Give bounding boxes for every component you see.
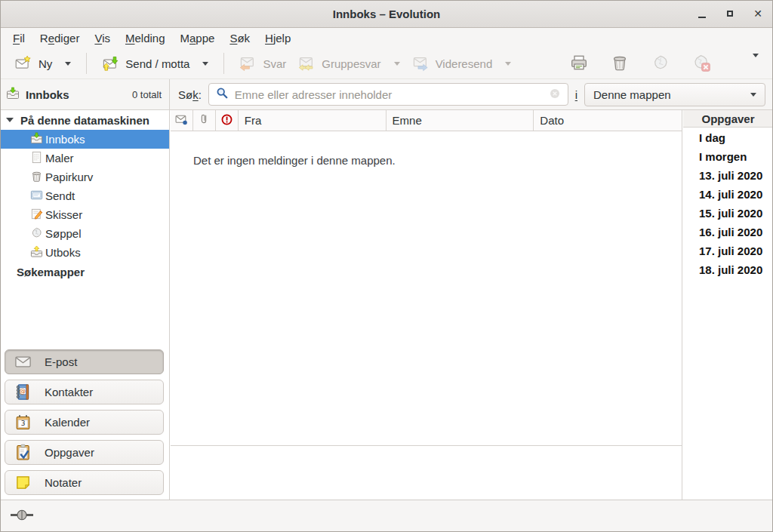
minimize-button[interactable] [696,8,708,20]
sidebar-item-utboks[interactable]: Utboks [0,243,169,262]
group-reply-button[interactable]: Gruppesvar [292,51,405,75]
toolbar-separator [223,53,224,74]
task-group-date[interactable]: 16. juli 2020 [683,223,773,241]
junk-icon [30,226,43,241]
chevron-down-icon [753,54,759,70]
component-switcher: E-post @ Kontakter 3 Kalender Oppgaver N… [5,349,164,495]
delete-button[interactable] [607,50,633,78]
titlebar: Innboks – Evolution ✕ [0,0,773,28]
empty-folder-message: Det er ingen meldinger i denne mappen. [193,154,682,167]
search-entry[interactable] [208,83,568,106]
maximize-icon [727,11,733,17]
chevron-down-icon [394,62,400,66]
sidebar-item-skisser[interactable]: Skisser [0,205,169,224]
sidebar-item-innboks[interactable]: Innboks [0,130,169,149]
sidebar-item-sendt[interactable]: Sendt [0,186,169,205]
task-pane-title: Oppgaver [683,110,773,128]
new-message-label: Ny [38,57,52,70]
toolbar: Ny Send / motta Svar Gruppesvar Viderese… [0,48,773,79]
task-group-date[interactable]: 18. juli 2020 [683,260,773,279]
new-mail-icon [15,55,32,72]
forward-button[interactable]: Videresend [406,51,518,75]
switcher-tasks-button[interactable]: Oppgaver [5,440,164,465]
content-area: På denne datamaskinen Innboks Maler Papi… [0,110,773,500]
send-receive-label: Send / motta [125,57,189,70]
message-list-pane: Fra Emne Dato Det er ingen meldinger i d… [171,110,682,500]
maximize-button[interactable] [724,8,736,20]
folder-message-count: 0 totalt [132,89,163,100]
search-scope-in-label: i [575,88,577,101]
printer-icon [570,61,588,74]
toolbar-overflow-button[interactable] [749,54,762,74]
window-controls: ✕ [696,0,764,27]
close-icon: ✕ [753,8,762,19]
folder-header: Innboks 0 totalt [0,79,170,109]
sidebar-item-papirkurv[interactable]: Papirkurv [0,168,169,186]
expander-icon[interactable] [6,118,14,122]
mail-icon [14,353,32,371]
not-junk-icon [692,61,710,74]
drafts-icon [30,208,43,223]
sidebar-root-on-this-computer[interactable]: På denne datamaskinen [0,110,169,130]
menu-mappe[interactable]: Mappe [173,29,223,47]
column-date[interactable]: Dato [534,110,682,131]
send-receive-button[interactable]: Send / motta [96,51,214,75]
switcher-memos-button[interactable]: Notater [5,470,164,495]
search-scope-value: Denne mappen [593,88,671,101]
menu-hjelp[interactable]: Hjelp [257,29,298,47]
column-from[interactable]: Fra [239,110,386,131]
not-junk-button[interactable] [688,50,714,78]
task-group-date[interactable]: 17. juli 2020 [683,241,773,260]
task-group-date[interactable]: 13. juli 2020 [683,166,773,185]
menu-rediger[interactable]: Rediger [32,29,88,47]
task-group-date[interactable]: 14. juli 2020 [683,185,773,204]
switcher-calendar-button[interactable]: 3 Kalender [5,410,164,435]
sidebar-item-soppel[interactable]: Søppel [0,224,169,243]
task-group-date[interactable]: 15. juli 2020 [683,204,773,223]
reply-button[interactable]: Svar [233,51,292,75]
message-list-header: Fra Emne Dato [171,110,682,131]
trash-icon [30,170,43,185]
forward-label: Videresend [436,57,493,70]
column-priority[interactable] [216,110,239,131]
priority-icon [220,113,233,128]
contacts-icon: @ [14,383,32,401]
inbox-icon [6,87,20,103]
switcher-mail-button[interactable]: E-post [5,349,164,374]
chevron-down-icon [750,93,756,97]
message-status-icon [175,113,188,128]
search-label: Søk: [178,88,202,101]
folder-sidebar: På denne datamaskinen Innboks Maler Papi… [0,110,170,500]
sidebar-item-maler[interactable]: Maler [0,149,169,168]
group-reply-icon [298,55,315,72]
junk-button[interactable] [648,50,673,78]
online-status-icon[interactable] [11,509,33,523]
column-status[interactable] [171,110,193,131]
search-scope-select[interactable]: Denne mappen [584,83,765,106]
new-message-button[interactable]: Ny [9,51,77,75]
task-group-today[interactable]: I dag [683,128,773,147]
menubar: Fil Rediger Vis Melding Mappe Søk Hjelp [0,28,773,48]
task-group-tomorrow[interactable]: I morgen [683,147,773,166]
menu-melding[interactable]: Melding [118,29,173,47]
group-reply-label: Gruppesvar [322,57,380,70]
search-row: Innboks 0 totalt Søk: i Denne mappen [0,79,773,110]
inbox-icon [30,132,43,147]
print-button[interactable] [566,50,592,78]
sidebar-section-sokemapper[interactable]: Søkemapper [0,262,169,281]
menu-fil[interactable]: Fil [5,29,32,47]
menu-vis[interactable]: Vis [87,29,118,47]
column-attachment[interactable] [193,110,216,131]
menu-sok[interactable]: Søk [222,29,257,47]
current-folder-name: Innboks [26,88,69,101]
preview-pane-splitter[interactable] [171,445,682,446]
search-input[interactable] [235,88,543,101]
column-subject[interactable]: Emne [386,110,534,131]
chevron-down-icon [202,62,208,66]
search-area: Søk: i Denne mappen [171,79,773,109]
chevron-down-icon [505,62,511,66]
send-receive-icon [102,55,119,72]
clear-search-icon[interactable] [549,88,561,102]
close-button[interactable]: ✕ [752,8,764,20]
switcher-contacts-button[interactable]: @ Kontakter [5,380,164,404]
